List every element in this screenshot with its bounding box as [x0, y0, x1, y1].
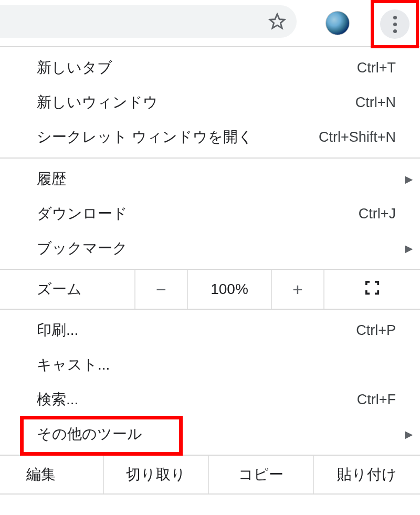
zoom-label: ズーム — [0, 270, 135, 309]
more-vertical-icon — [393, 16, 397, 33]
chrome-menu: 新しいタブ Ctrl+T 新しいウィンドウ Ctrl+N シークレット ウィンド… — [0, 47, 420, 495]
menu-item-shortcut: Ctrl+Shift+N — [319, 129, 396, 145]
menu-edit-row: 編集 切り取り コピー 貼り付け — [0, 456, 420, 495]
menu-item-label: キャスト... — [37, 355, 401, 375]
menu-item-label: その他のツール — [37, 424, 401, 444]
zoom-value: 100% — [188, 270, 272, 309]
chrome-menu-button[interactable] — [380, 9, 410, 39]
menu-item-shortcut: Ctrl+T — [357, 60, 396, 76]
highlight-menu-button — [371, 0, 419, 48]
menu-item-find[interactable]: 検索... Ctrl+F — [0, 382, 420, 417]
zoom-in-button[interactable]: + — [272, 270, 324, 309]
fullscreen-button[interactable] — [324, 280, 420, 299]
submenu-arrow-icon: ▶ — [405, 428, 413, 440]
menu-item-label: シークレット ウィンドウを開く — [37, 127, 319, 147]
menu-group-1: 新しいタブ Ctrl+T 新しいウィンドウ Ctrl+N シークレット ウィンド… — [0, 47, 420, 159]
menu-item-shortcut: Ctrl+P — [356, 322, 396, 339]
submenu-arrow-icon: ▶ — [405, 242, 413, 255]
menu-item-incognito-window[interactable]: シークレット ウィンドウを開く Ctrl+Shift+N — [0, 120, 420, 154]
menu-item-label: ダウンロード — [37, 204, 359, 224]
menu-item-new-window[interactable]: 新しいウィンドウ Ctrl+N — [0, 85, 420, 120]
menu-item-new-tab[interactable]: 新しいタブ Ctrl+T — [0, 50, 420, 85]
menu-item-label: 印刷... — [37, 320, 356, 340]
menu-item-label: ブックマーク — [37, 238, 401, 258]
menu-item-bookmarks[interactable]: ブックマーク ▶ — [0, 231, 420, 266]
edit-label: 編集 — [0, 456, 104, 493]
omnibox[interactable] — [0, 5, 297, 38]
menu-item-label: 新しいタブ — [37, 58, 357, 78]
menu-item-label: 検索... — [37, 390, 357, 409]
browser-toolbar — [0, 0, 420, 47]
menu-item-shortcut: Ctrl+F — [357, 392, 396, 408]
menu-item-shortcut: Ctrl+N — [355, 94, 396, 111]
menu-item-shortcut: Ctrl+J — [359, 206, 396, 222]
zoom-out-button[interactable]: − — [135, 270, 188, 309]
menu-group-3: 印刷... Ctrl+P キャスト... 検索... Ctrl+F その他のツー… — [0, 310, 420, 456]
edit-cut-button[interactable]: 切り取り — [104, 456, 209, 493]
edit-paste-button[interactable]: 貼り付け — [314, 456, 420, 493]
bookmark-star-icon[interactable] — [268, 13, 286, 30]
menu-item-history[interactable]: 履歴 ▶ — [0, 162, 420, 196]
svg-marker-0 — [270, 14, 285, 28]
edit-copy-button[interactable]: コピー — [209, 456, 314, 493]
menu-zoom-row: ズーム − 100% + — [0, 270, 420, 310]
menu-item-label: 履歴 — [37, 169, 401, 189]
menu-item-downloads[interactable]: ダウンロード Ctrl+J — [0, 196, 420, 231]
fullscreen-icon — [364, 280, 380, 299]
menu-item-more-tools[interactable]: その他のツール ▶ — [0, 417, 420, 451]
menu-item-print[interactable]: 印刷... Ctrl+P — [0, 313, 420, 348]
menu-item-label: 新しいウィンドウ — [37, 92, 355, 112]
profile-avatar[interactable] — [326, 11, 350, 35]
menu-item-cast[interactable]: キャスト... — [0, 348, 420, 382]
submenu-arrow-icon: ▶ — [405, 173, 413, 185]
menu-group-2: 履歴 ▶ ダウンロード Ctrl+J ブックマーク ▶ — [0, 159, 420, 270]
